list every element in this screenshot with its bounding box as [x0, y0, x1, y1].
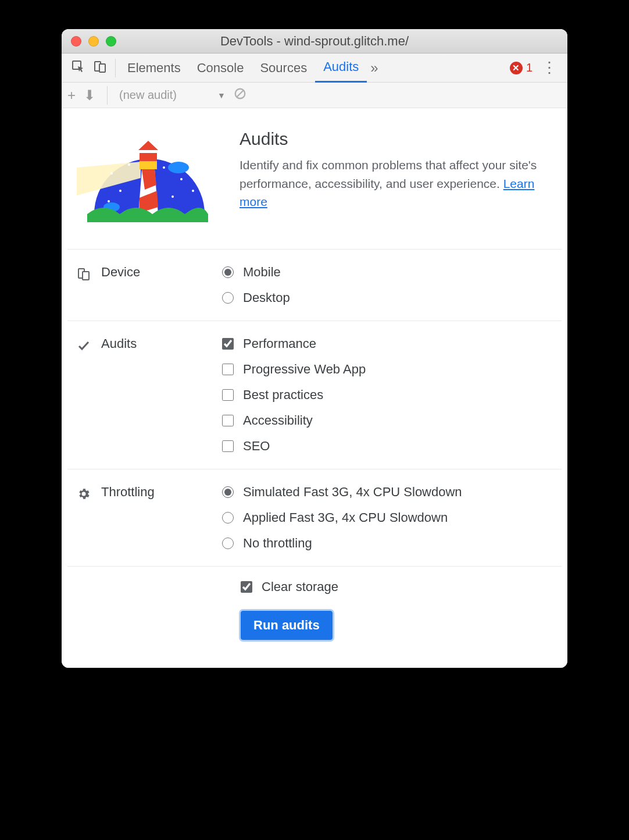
device-option-desktop[interactable]: Desktop: [222, 290, 290, 305]
title-bar: DevTools - wind-sprout.glitch.me/: [62, 29, 567, 54]
throttling-options: Simulated Fast 3G, 4x CPU Slowdown Appli…: [222, 485, 462, 551]
svg-point-10: [119, 190, 121, 192]
clear-storage-label: Clear storage: [262, 579, 338, 595]
throttling-radio-none[interactable]: [222, 538, 234, 549]
device-option-label: Mobile: [243, 265, 281, 280]
svg-line-4: [237, 91, 243, 97]
window-title: DevTools - wind-sprout.glitch.me/: [62, 34, 567, 49]
device-section: Device Mobile Desktop: [67, 249, 562, 321]
devtools-window: DevTools - wind-sprout.glitch.me/ Elemen…: [62, 29, 567, 668]
lighthouse-illustration: [77, 133, 216, 229]
more-options-icon[interactable]: ⋮: [536, 59, 563, 77]
svg-rect-16: [140, 153, 157, 161]
audit-checkbox-seo[interactable]: [222, 440, 234, 452]
audits-options: Performance Progressive Web App Best pra…: [222, 336, 366, 454]
audit-option-label: Best practices: [243, 387, 323, 403]
throttling-option-simulated[interactable]: Simulated Fast 3G, 4x CPU Slowdown: [222, 485, 462, 500]
device-radio-desktop[interactable]: [222, 292, 234, 304]
tab-audits[interactable]: Audits: [315, 54, 367, 83]
audits-toolbar: + ⬇ (new audit) ▼: [62, 83, 567, 108]
inspect-element-icon[interactable]: [71, 59, 85, 77]
audit-selector-dropdown[interactable]: (new audit) ▼: [119, 88, 226, 102]
throttling-option-label: No throttling: [243, 536, 312, 551]
device-options: Mobile Desktop: [222, 265, 290, 305]
device-option-mobile[interactable]: Mobile: [222, 265, 290, 280]
audits-section-label: Audits: [101, 336, 137, 351]
audit-option-seo[interactable]: SEO: [222, 439, 366, 454]
throttling-option-label: Simulated Fast 3G, 4x CPU Slowdown: [243, 485, 462, 500]
audit-option-label: Performance: [243, 336, 316, 351]
audit-checkbox-best-practices[interactable]: [222, 389, 234, 401]
svg-rect-2: [99, 64, 105, 72]
intro-paragraph: Identify and fix common problems that af…: [240, 156, 552, 211]
svg-point-9: [180, 178, 183, 180]
page-heading: Audits: [240, 129, 552, 149]
audits-panel: Audits Identify and fix common problems …: [62, 108, 567, 668]
dropdown-caret-icon: ▼: [217, 91, 226, 100]
tab-sources[interactable]: Sources: [252, 54, 315, 83]
intro-body-text: Identify and fix common problems that af…: [240, 158, 537, 190]
audit-selector-label: (new audit): [119, 88, 177, 102]
audit-checkbox-performance[interactable]: [222, 338, 234, 350]
clear-storage-option[interactable]: Clear storage: [241, 579, 552, 595]
download-report-icon[interactable]: ⬇: [84, 87, 95, 104]
svg-point-7: [128, 163, 130, 166]
clear-storage-checkbox[interactable]: [241, 581, 252, 593]
toggle-device-toolbar-icon[interactable]: [93, 59, 107, 77]
svg-point-8: [163, 166, 165, 169]
throttling-option-applied[interactable]: Applied Fast 3G, 4x CPU Slowdown: [222, 510, 462, 525]
tab-elements[interactable]: Elements: [119, 54, 189, 83]
audit-checkbox-pwa[interactable]: [222, 364, 234, 375]
clear-icon[interactable]: [234, 87, 246, 103]
audit-option-label: Accessibility: [243, 413, 313, 428]
svg-rect-23: [83, 272, 89, 280]
audit-option-pwa[interactable]: Progressive Web App: [222, 362, 366, 377]
devtools-tab-bar: Elements Console Sources Audits » ✕ 1 ⋮: [62, 54, 567, 83]
check-icon: [77, 337, 91, 351]
device-option-label: Desktop: [243, 290, 290, 305]
throttling-radio-applied[interactable]: [222, 512, 234, 524]
throttling-radio-simulated[interactable]: [222, 486, 234, 498]
svg-marker-21: [138, 141, 158, 150]
audit-option-best-practices[interactable]: Best practices: [222, 387, 366, 403]
audit-option-label: Progressive Web App: [243, 362, 366, 377]
throttling-option-none[interactable]: No throttling: [222, 536, 462, 551]
device-section-label: Device: [101, 265, 140, 280]
svg-point-13: [171, 195, 174, 198]
throttling-section-label: Throttling: [101, 485, 155, 500]
svg-point-6: [110, 172, 113, 175]
audit-checkbox-accessibility[interactable]: [222, 415, 234, 426]
audit-option-label: SEO: [243, 439, 270, 454]
run-audits-button[interactable]: Run audits: [241, 611, 333, 640]
separator: [115, 59, 116, 77]
tabs-overflow-icon[interactable]: »: [367, 60, 381, 76]
throttling-section: Throttling Simulated Fast 3G, 4x CPU Slo…: [67, 469, 562, 566]
svg-point-14: [168, 162, 189, 173]
throttling-option-label: Applied Fast 3G, 4x CPU Slowdown: [243, 510, 448, 525]
error-count-badge[interactable]: ✕ 1: [510, 61, 536, 74]
audit-option-accessibility[interactable]: Accessibility: [222, 413, 366, 428]
device-icon: [77, 266, 91, 280]
svg-rect-17: [140, 161, 157, 169]
audits-section: Audits Performance Progressive Web App B…: [67, 321, 562, 469]
error-count: 1: [526, 61, 532, 74]
gear-icon: [77, 486, 91, 500]
error-icon: ✕: [510, 62, 523, 74]
tab-console[interactable]: Console: [189, 54, 252, 83]
svg-point-12: [108, 200, 110, 202]
device-radio-mobile[interactable]: [222, 266, 234, 278]
new-audit-icon[interactable]: +: [67, 87, 76, 104]
separator: [107, 86, 108, 105]
svg-point-11: [192, 190, 194, 192]
audit-option-performance[interactable]: Performance: [222, 336, 366, 351]
intro-section: Audits Identify and fix common problems …: [67, 124, 562, 249]
